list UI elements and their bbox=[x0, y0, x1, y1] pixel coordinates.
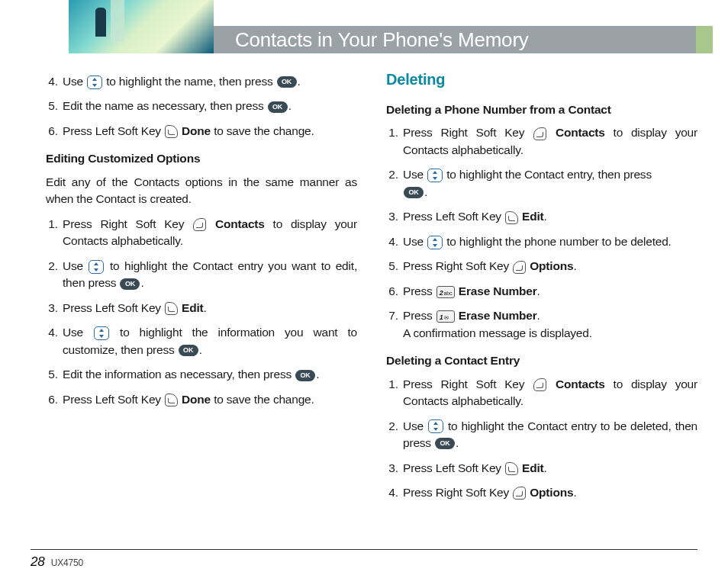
step-item: Press Right Soft Key Contacts to display… bbox=[61, 216, 357, 250]
step-item: Use to highlight the Contact entry you w… bbox=[61, 258, 357, 292]
right-column: Deleting Deleting a Phone Number from a … bbox=[386, 69, 697, 512]
nav-key-icon bbox=[428, 419, 443, 433]
footer-rule bbox=[31, 549, 697, 550]
step-item: Use to highlight the Contact entry, then… bbox=[401, 166, 697, 201]
step-item: Press 1✉ Erase Number.A confirmation mes… bbox=[401, 307, 697, 342]
ok-key-icon: OK bbox=[179, 345, 198, 356]
step-item: Edit the name as necessary, then press O… bbox=[61, 98, 357, 114]
subheading-editing-options: Editing Customized Options bbox=[46, 150, 357, 167]
step-item: Press Right Soft Key Contacts to display… bbox=[401, 376, 697, 410]
left-soft-key-icon bbox=[165, 125, 178, 138]
nav-key-icon bbox=[89, 260, 104, 274]
header-banner: Contacts in Your Phone's Memory bbox=[0, 0, 713, 53]
step-item: Press Left Soft Key Edit. bbox=[401, 460, 697, 477]
step-item: Edit the information as necessary, then … bbox=[61, 366, 357, 383]
ok-key-icon: OK bbox=[277, 76, 297, 88]
model-number: UX4750 bbox=[51, 557, 83, 568]
nav-key-icon bbox=[94, 326, 109, 340]
ok-key-icon: OK bbox=[268, 101, 288, 113]
footer: 28 UX4750 bbox=[31, 549, 697, 570]
nav-key-icon bbox=[427, 169, 443, 182]
step-item: Press 2abc Erase Number. bbox=[401, 283, 697, 300]
step-item: Press Left Soft Key Edit. bbox=[401, 208, 697, 225]
step-item: Use to highlight the name, then press OK… bbox=[61, 73, 357, 90]
editing-options-steps: Press Right Soft Key Contacts to display… bbox=[46, 216, 357, 408]
section-tab bbox=[696, 26, 713, 53]
step-item: Press Left Soft Key Done to save the cha… bbox=[61, 123, 357, 140]
step-item: Press Left Soft Key Edit. bbox=[61, 300, 357, 316]
header-stripe: Contacts in Your Phone's Memory bbox=[214, 0, 713, 53]
paragraph: Edit any of the Contacts options in the … bbox=[46, 174, 357, 208]
step-item: Press Right Soft Key Options. bbox=[401, 258, 697, 275]
right-soft-key-icon bbox=[533, 127, 546, 140]
step-item: Use to highlight the information you wan… bbox=[61, 324, 357, 358]
page-number: 28 bbox=[31, 554, 45, 569]
ok-key-icon: OK bbox=[120, 278, 140, 290]
left-soft-key-icon bbox=[505, 462, 518, 475]
continued-steps: Use to highlight the name, then press OK… bbox=[46, 73, 357, 140]
content-area: Use to highlight the name, then press OK… bbox=[46, 69, 697, 512]
ok-key-icon: OK bbox=[295, 370, 315, 381]
right-soft-key-icon bbox=[533, 378, 546, 391]
header-photo bbox=[69, 0, 214, 53]
delete-number-steps: Press Right Soft Key Contacts to display… bbox=[386, 124, 697, 342]
key-1-icon: 1✉ bbox=[436, 310, 455, 323]
nav-key-icon bbox=[427, 236, 443, 249]
step-item: Use to highlight the phone number to be … bbox=[401, 233, 697, 250]
page-title: Contacts in Your Phone's Memory bbox=[214, 28, 529, 52]
nav-key-icon bbox=[87, 76, 102, 89]
subheading-delete-number: Deleting a Phone Number from a Contact bbox=[386, 101, 697, 118]
key-2-icon: 2abc bbox=[436, 286, 455, 298]
right-soft-key-icon bbox=[513, 261, 526, 274]
left-soft-key-icon bbox=[165, 302, 178, 315]
right-soft-key-icon bbox=[513, 487, 526, 500]
title-bar: Contacts in Your Phone's Memory bbox=[214, 26, 713, 53]
step-item: Use to highlight the Contact entry to be… bbox=[401, 418, 697, 452]
step-item: Press Right Soft Key Contacts to display… bbox=[401, 124, 697, 159]
step-item: Press Right Soft Key Options. bbox=[401, 484, 697, 501]
left-soft-key-icon bbox=[165, 394, 178, 406]
ok-key-icon: OK bbox=[404, 187, 424, 198]
section-heading-deleting: Deleting bbox=[386, 69, 697, 91]
ok-key-icon: OK bbox=[435, 438, 455, 449]
delete-entry-steps: Press Right Soft Key Contacts to display… bbox=[386, 376, 697, 502]
subheading-delete-entry: Deleting a Contact Entry bbox=[386, 352, 697, 369]
left-column: Use to highlight the name, then press OK… bbox=[46, 69, 357, 512]
right-soft-key-icon bbox=[193, 218, 206, 231]
step-item: Press Left Soft Key Done to save the cha… bbox=[61, 391, 357, 408]
left-soft-key-icon bbox=[505, 211, 518, 224]
